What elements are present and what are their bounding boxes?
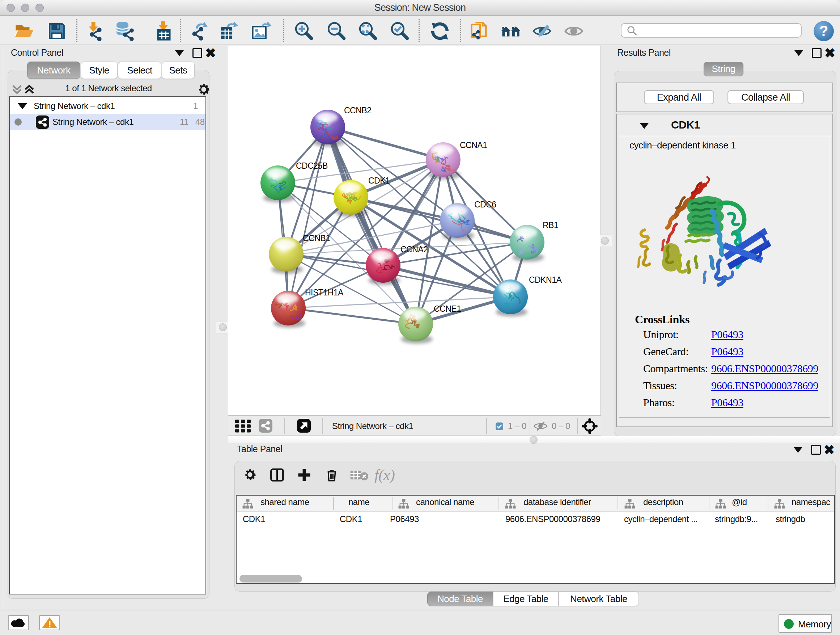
svg-text:CCNB1: CCNB1 [303,233,330,243]
svg-text:CDK1: CDK1 [368,176,390,185]
svg-text:CCNE1: CCNE1 [434,304,461,314]
svg-text:CDC6: CDC6 [474,200,496,209]
svg-text:CCNA2: CCNA2 [401,245,428,254]
svg-text:CDKN1A: CDKN1A [529,275,562,285]
svg-text:HIST1H1A: HIST1H1A [305,288,344,297]
svg-text:CCNB2: CCNB2 [344,106,371,115]
svg-text:CCNA1: CCNA1 [460,141,487,150]
svg-text:CDC25B: CDC25B [296,161,328,171]
svg-text:RB1: RB1 [543,220,558,230]
